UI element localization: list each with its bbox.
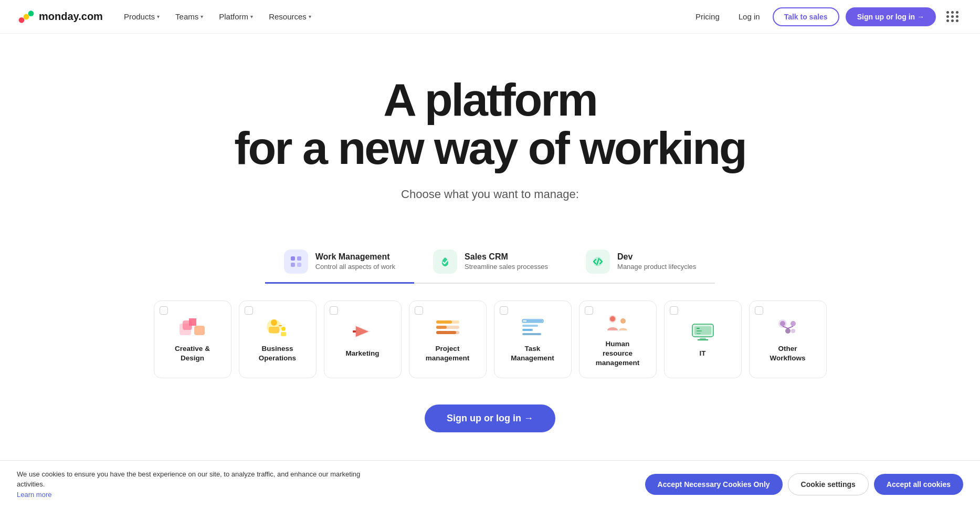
svg-rect-20	[353, 330, 356, 333]
card-project-management[interactable]: Project management	[409, 300, 487, 378]
svg-point-2	[24, 14, 29, 19]
card-label-project: Project management	[426, 344, 469, 362]
category-cards-section: Creative & Design Business Operations	[0, 284, 980, 399]
cta-signup-button[interactable]: Sign up or log in →	[425, 405, 555, 432]
svg-rect-7	[297, 263, 301, 267]
tab-dev[interactable]: Dev Manage product lifecycles	[567, 243, 715, 284]
svg-point-34	[610, 316, 615, 322]
business-ops-icon	[263, 316, 292, 338]
project-mgmt-icon	[433, 316, 462, 338]
chevron-icon: ▾	[250, 14, 253, 19]
svg-rect-17	[281, 332, 286, 336]
svg-rect-12	[194, 326, 205, 335]
card-checkbox[interactable]	[670, 306, 678, 315]
chevron-icon: ▾	[309, 14, 311, 19]
card-label-creative: Creative & Design	[175, 344, 210, 362]
product-tabs: Work Management Control all aspects of w…	[0, 243, 980, 284]
hero-title: A platform for a new way of working	[17, 76, 963, 173]
svg-marker-19	[356, 326, 368, 337]
tab-work-management[interactable]: Work Management Control all aspects of w…	[265, 243, 414, 284]
nav-teams[interactable]: Teams ▾	[169, 8, 209, 25]
card-checkbox[interactable]	[160, 306, 168, 315]
svg-rect-29	[522, 325, 538, 327]
cta-section: Sign up or log in →	[0, 399, 980, 453]
card-label-other: Other Workflows	[770, 344, 805, 362]
hr-icon	[603, 311, 633, 333]
card-label-business: Business Operations	[259, 344, 296, 362]
svg-point-46	[791, 321, 796, 326]
sales-crm-icon	[433, 250, 457, 274]
it-icon	[688, 320, 718, 343]
chevron-icon: ▾	[201, 14, 203, 19]
hero-section: A platform for a new way of working Choo…	[0, 34, 980, 222]
dev-text: Dev Manage product lifecycles	[617, 252, 696, 271]
card-checkbox[interactable]	[500, 306, 508, 315]
other-workflows-icon	[773, 316, 803, 338]
card-checkbox[interactable]	[415, 306, 423, 315]
svg-rect-31	[522, 333, 541, 335]
svg-line-49	[788, 326, 793, 328]
work-management-text: Work Management Control all aspects of w…	[315, 252, 395, 271]
task-mgmt-icon	[518, 316, 547, 338]
navbar: monday.com Products ▾ Teams ▾ Platform ▾…	[0, 0, 980, 34]
nav-resources[interactable]: Resources ▾	[262, 8, 318, 25]
login-button[interactable]: Log in	[732, 8, 766, 25]
svg-rect-6	[291, 263, 295, 267]
creative-design-icon	[178, 316, 207, 338]
tabs-container: Work Management Control all aspects of w…	[265, 243, 715, 284]
svg-rect-4	[291, 256, 295, 261]
svg-rect-41	[697, 328, 700, 329]
work-management-icon	[284, 250, 308, 274]
svg-rect-22	[436, 320, 452, 324]
card-human-resource[interactable]: Human resource management	[579, 300, 657, 378]
grid-menu-icon[interactable]	[942, 7, 963, 26]
talk-to-sales-button[interactable]: Talk to sales	[773, 7, 839, 26]
svg-point-1	[19, 17, 25, 23]
svg-point-47	[785, 328, 791, 334]
card-creative-design[interactable]: Creative & Design	[154, 300, 231, 378]
nav-right: Pricing Log in Talk to sales Sign up or …	[689, 7, 963, 26]
hero-subtitle: Choose what you want to manage:	[17, 188, 963, 201]
svg-rect-5	[297, 256, 301, 261]
card-checkbox[interactable]	[755, 306, 763, 315]
logo-text: monday.com	[39, 11, 103, 23]
dev-icon	[586, 250, 610, 274]
svg-rect-24	[436, 326, 447, 329]
card-it[interactable]: IT	[664, 300, 742, 378]
marketing-icon	[348, 320, 377, 343]
svg-rect-15	[269, 327, 279, 333]
svg-rect-43	[697, 333, 701, 334]
sales-crm-text: Sales CRM Streamline sales processes	[465, 252, 548, 271]
tab-sales-crm[interactable]: Sales CRM Streamline sales processes	[414, 243, 567, 284]
card-checkbox[interactable]	[245, 306, 253, 315]
svg-rect-26	[436, 331, 456, 334]
svg-marker-11	[189, 318, 196, 326]
svg-point-45	[780, 321, 785, 326]
svg-point-50	[791, 329, 795, 333]
svg-rect-42	[697, 330, 702, 331]
svg-point-35	[620, 318, 626, 324]
card-label-marketing: Marketing	[346, 349, 380, 358]
nav-links: Products ▾ Teams ▾ Platform ▾ Resources …	[118, 8, 318, 25]
card-checkbox[interactable]	[330, 306, 338, 315]
card-label-task: Task Management	[511, 344, 554, 362]
logo[interactable]: monday.com	[17, 7, 103, 26]
nav-products[interactable]: Products ▾	[118, 8, 166, 25]
card-checkbox[interactable]	[585, 306, 593, 315]
card-marketing[interactable]: Marketing	[324, 300, 402, 378]
pricing-button[interactable]: Pricing	[689, 8, 726, 25]
nav-left: monday.com Products ▾ Teams ▾ Platform ▾…	[17, 7, 318, 26]
svg-rect-30	[522, 329, 533, 331]
card-task-management[interactable]: Task Management	[494, 300, 572, 378]
svg-point-16	[281, 327, 286, 331]
svg-point-14	[271, 319, 277, 326]
cards-row: Creative & Design Business Operations	[154, 300, 827, 378]
card-label-it: IT	[700, 349, 706, 358]
card-label-hr: Human resource management	[596, 339, 639, 367]
svg-point-3	[28, 11, 34, 16]
signup-button[interactable]: Sign up or log in →	[846, 7, 936, 26]
chevron-icon: ▾	[157, 14, 160, 19]
card-business-operations[interactable]: Business Operations	[239, 300, 317, 378]
nav-platform[interactable]: Platform ▾	[213, 8, 259, 25]
card-other-workflows[interactable]: Other Workflows	[749, 300, 827, 378]
